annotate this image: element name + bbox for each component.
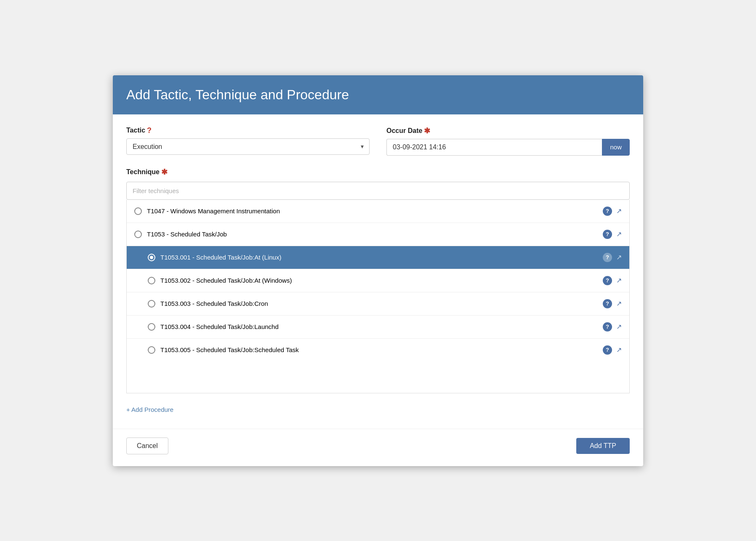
help-icon[interactable]: ? (603, 230, 612, 239)
technique-item[interactable]: T1053.003 - Scheduled Task/Job:Cron?↗ (127, 292, 629, 316)
modal-container: Add Tactic, Technique and Procedure Tact… (113, 75, 643, 466)
modal-header: Add Tactic, Technique and Procedure (113, 75, 643, 114)
cancel-button[interactable]: Cancel (126, 438, 168, 454)
radio-circle (148, 346, 155, 354)
technique-item[interactable]: T1047 - Windows Management Instrumentati… (127, 200, 629, 223)
occur-date-label: Occur Date ✱ (386, 126, 630, 135)
external-link-icon[interactable]: ↗ (616, 276, 622, 284)
external-link-icon[interactable]: ↗ (616, 230, 622, 238)
technique-required-star: ✱ (161, 167, 168, 177)
help-icon[interactable]: ? (603, 207, 612, 216)
technique-item[interactable]: T1053.002 - Scheduled Task/Job:At (Windo… (127, 269, 629, 292)
modal-title: Add Tactic, Technique and Procedure (126, 87, 630, 103)
radio-circle (148, 277, 155, 284)
technique-label: Technique ✱ (126, 167, 630, 177)
technique-item-label: T1053.005 - Scheduled Task/Job:Scheduled… (160, 346, 299, 353)
help-icon[interactable]: ? (603, 322, 612, 331)
modal-footer: Cancel Add TTP (113, 429, 643, 466)
technique-item-label: T1053 - Scheduled Task/Job (147, 231, 227, 238)
radio-circle (148, 323, 155, 331)
radio-circle (148, 254, 155, 261)
occur-date-group: Occur Date ✱ now (386, 126, 630, 156)
radio-circle (134, 231, 142, 238)
technique-section: Technique ✱ T1047 - Windows Management I… (126, 167, 630, 393)
technique-filter-input[interactable] (126, 182, 630, 200)
occur-date-input-wrapper: now (386, 139, 630, 156)
help-icon[interactable]: ? (603, 253, 612, 262)
technique-item-label: T1053.002 - Scheduled Task/Job:At (Windo… (160, 277, 292, 284)
modal-body: Tactic ? Execution Reconnaissance Resour… (113, 114, 643, 425)
tactic-group: Tactic ? Execution Reconnaissance Resour… (126, 126, 370, 156)
occur-date-input[interactable] (386, 139, 602, 156)
help-icon[interactable]: ? (603, 276, 612, 285)
technique-item[interactable]: T1053.005 - Scheduled Task/Job:Scheduled… (127, 339, 629, 361)
help-icon[interactable]: ? (603, 299, 612, 308)
help-icon[interactable]: ? (603, 345, 612, 355)
tactic-required-star: ? (147, 126, 152, 135)
technique-item[interactable]: T1053.004 - Scheduled Task/Job:Launchd?↗ (127, 316, 629, 339)
technique-item[interactable]: T1053 - Scheduled Task/Job?↗ (127, 223, 629, 246)
technique-item-label: T1053.001 - Scheduled Task/Job:At (Linux… (160, 254, 281, 261)
now-button[interactable]: now (602, 139, 630, 156)
external-link-icon[interactable]: ↗ (616, 253, 622, 261)
external-link-icon[interactable]: ↗ (616, 323, 622, 331)
external-link-icon[interactable]: ↗ (616, 346, 622, 354)
tactic-select[interactable]: Execution Reconnaissance Resource Develo… (126, 138, 370, 155)
tactic-select-wrapper: Execution Reconnaissance Resource Develo… (126, 138, 370, 155)
technique-item-label: T1053.004 - Scheduled Task/Job:Launchd (160, 323, 279, 330)
radio-circle (148, 300, 155, 308)
external-link-icon[interactable]: ↗ (616, 300, 622, 308)
tactic-label: Tactic ? (126, 126, 370, 135)
technique-item-label: T1053.003 - Scheduled Task/Job:Cron (160, 300, 268, 307)
external-link-icon[interactable]: ↗ (616, 207, 622, 215)
technique-item-label: T1047 - Windows Management Instrumentati… (147, 207, 280, 215)
form-top-row: Tactic ? Execution Reconnaissance Resour… (126, 126, 630, 156)
technique-list: T1047 - Windows Management Instrumentati… (126, 200, 630, 393)
occur-date-required-star: ✱ (424, 126, 430, 135)
radio-circle (134, 207, 142, 215)
add-procedure-link[interactable]: + Add Procedure (126, 406, 173, 413)
add-ttp-button[interactable]: Add TTP (576, 438, 630, 454)
technique-item[interactable]: T1053.001 - Scheduled Task/Job:At (Linux… (127, 246, 629, 269)
